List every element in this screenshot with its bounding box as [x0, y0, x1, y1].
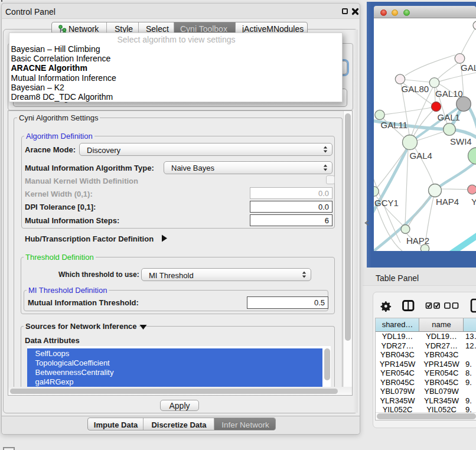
svg-text:Y: Y — [471, 197, 476, 207]
svg-text:HAP4: HAP4 — [436, 197, 459, 207]
svg-text:HAP2: HAP2 — [406, 236, 429, 246]
svg-text:GAL1: GAL1 — [438, 112, 460, 122]
svg-text:GCY1: GCY1 — [374, 198, 399, 208]
svg-text:GAL10: GAL10 — [435, 89, 463, 99]
svg-text:GAL11: GAL11 — [381, 120, 408, 130]
svg-text:SWI4: SWI4 — [450, 136, 472, 146]
svg-text:GAL7: GAL7 — [461, 63, 476, 73]
svg-text:GAL80: GAL80 — [402, 84, 429, 94]
svg-text:GAL4: GAL4 — [410, 151, 432, 161]
